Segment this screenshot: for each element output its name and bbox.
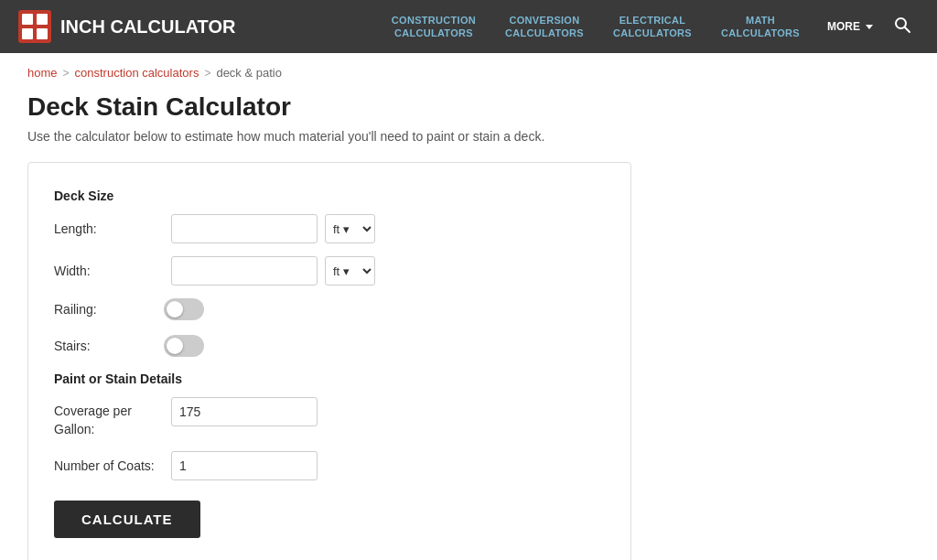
site-logo[interactable]: INCH CALCULATOR: [18, 10, 235, 43]
length-input[interactable]: [171, 214, 318, 243]
calculator-box: Deck Size Length: ft ▾ in ▾ m ▾ Width: f…: [27, 162, 631, 560]
railing-toggle[interactable]: [164, 298, 204, 320]
width-unit-select[interactable]: ft ▾ in ▾ m ▾: [325, 256, 375, 285]
search-icon[interactable]: [886, 16, 919, 38]
length-label: Length:: [54, 221, 164, 236]
coats-label: Number of Coats:: [54, 458, 164, 473]
breadcrumb-sep2: >: [204, 67, 210, 80]
railing-label: Railing:: [54, 302, 164, 317]
width-input[interactable]: [171, 256, 318, 285]
coats-row: Number of Coats:: [54, 451, 605, 480]
width-label: Width:: [54, 264, 164, 278]
stairs-row: Stairs:: [54, 335, 605, 357]
breadcrumb: home > construction calculators > deck &…: [0, 53, 937, 92]
svg-rect-4: [37, 28, 48, 39]
logo-text: INCH CALCULATOR: [60, 16, 235, 38]
nav-more-button[interactable]: MORE: [814, 20, 886, 33]
nav-links: CONSTRUCTION CALCULATORS CONVERSION CALC…: [377, 14, 919, 40]
chevron-down-icon: [866, 25, 873, 29]
breadcrumb-home[interactable]: home: [27, 66, 58, 80]
svg-line-6: [905, 27, 910, 32]
nav-electrical[interactable]: ELECTRICAL CALCULATORS: [598, 14, 706, 40]
deck-size-label: Deck Size: [54, 188, 605, 203]
main-content: Deck Stain Calculator Use the calculator…: [0, 92, 937, 560]
stairs-toggle[interactable]: [164, 335, 204, 357]
calculate-button[interactable]: CALCULATE: [54, 501, 200, 538]
coverage-input[interactable]: [171, 397, 318, 426]
coats-input[interactable]: [171, 451, 318, 480]
svg-rect-1: [22, 14, 33, 25]
svg-rect-2: [37, 14, 48, 25]
railing-row: Railing:: [54, 298, 605, 320]
logo-icon: [18, 10, 51, 43]
nav-construction[interactable]: CONSTRUCTION CALCULATORS: [377, 14, 490, 40]
coverage-row: Coverage per Gallon:: [54, 397, 605, 438]
length-row: Length: ft ▾ in ▾ m ▾: [54, 214, 605, 243]
page-description: Use the calculator below to estimate how…: [27, 129, 910, 144]
breadcrumb-current: deck & patio: [216, 66, 282, 80]
page-title: Deck Stain Calculator: [27, 92, 910, 122]
width-row: Width: ft ▾ in ▾ m ▾: [54, 256, 605, 285]
breadcrumb-construction[interactable]: construction calculators: [75, 66, 199, 80]
more-label: MORE: [827, 20, 860, 33]
breadcrumb-sep1: >: [63, 67, 70, 80]
nav-conversion[interactable]: CONVERSION CALCULATORS: [490, 14, 598, 40]
svg-rect-3: [22, 28, 33, 39]
nav-math[interactable]: MATH CALCULATORS: [706, 14, 814, 40]
paint-section-label: Paint or Stain Details: [54, 372, 605, 386]
length-unit-select[interactable]: ft ▾ in ▾ m ▾: [325, 214, 375, 243]
coverage-label: Coverage per Gallon:: [54, 397, 164, 438]
stairs-label: Stairs:: [54, 339, 164, 353]
